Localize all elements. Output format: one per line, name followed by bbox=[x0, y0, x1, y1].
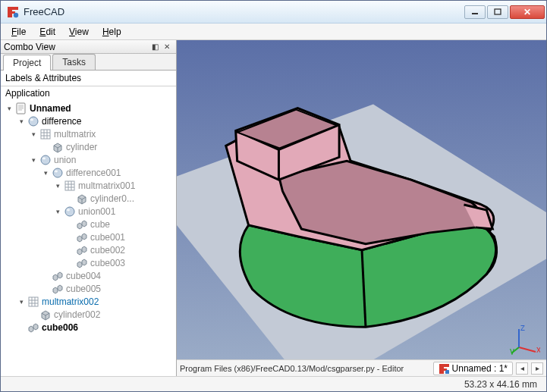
tree-cube001[interactable]: ▾cube001 bbox=[66, 230, 176, 243]
grid-icon bbox=[27, 296, 39, 308]
tree-union001[interactable]: ▾ union001 bbox=[54, 205, 176, 218]
tree-multmatrix[interactable]: ▾ multmatrix bbox=[30, 127, 176, 140]
svg-line-11 bbox=[519, 347, 536, 352]
menu-file[interactable]: File bbox=[5, 25, 32, 39]
svg-text:y: y bbox=[510, 346, 514, 355]
sphere-icon bbox=[64, 205, 76, 218]
svg-text:z: z bbox=[520, 325, 525, 333]
svg-text:x: x bbox=[536, 344, 540, 355]
tab-prev-button[interactable]: ◂ bbox=[516, 362, 528, 375]
tree-cube006[interactable]: ▾cube006 bbox=[17, 321, 176, 334]
combo-view-panel: Combo View ◧ ✕ Project Tasks Labels & At… bbox=[1, 40, 177, 376]
menu-view[interactable]: View bbox=[63, 25, 95, 39]
panel-header[interactable]: Combo View ◧ ✕ bbox=[1, 40, 176, 54]
tab-tasks[interactable]: Tasks bbox=[52, 54, 96, 70]
tree-cylinder[interactable]: ▾ cylinder bbox=[42, 140, 176, 153]
tab-project[interactable]: Project bbox=[3, 55, 51, 71]
model-tree[interactable]: ▾ Unnamed ▾ difference bbox=[1, 100, 176, 376]
cube-icon bbox=[76, 193, 88, 205]
cube-icon bbox=[52, 141, 64, 153]
3d-viewport[interactable]: x y z Program Files (x86)/FreeCAD0.13/Mo… bbox=[177, 40, 546, 376]
viewport-statusbar: Program Files (x86)/FreeCAD0.13/Mod/csgp… bbox=[177, 359, 546, 376]
close-button[interactable]: ✕ bbox=[510, 5, 545, 19]
axis-gizmo: x y z bbox=[510, 325, 540, 355]
tree-multmatrix001[interactable]: ▾ multmatrix001 bbox=[54, 179, 176, 192]
grid-icon bbox=[39, 128, 52, 140]
tree-union[interactable]: ▾ union bbox=[30, 153, 176, 166]
section-labels: Labels & Attributes bbox=[1, 71, 176, 86]
panel-float-button[interactable]: ◧ bbox=[149, 42, 161, 52]
tree-multmatrix002[interactable]: ▾ multmatrix002 bbox=[17, 295, 176, 308]
document-icon bbox=[15, 102, 27, 114]
cubes-icon bbox=[27, 321, 39, 334]
menu-edit[interactable]: Edit bbox=[33, 25, 61, 39]
cubes-icon bbox=[52, 283, 64, 295]
tree-cube005[interactable]: ▾cube005 bbox=[42, 282, 176, 295]
panel-title: Combo View bbox=[4, 42, 55, 52]
sphere-icon bbox=[39, 154, 52, 166]
coord-readout: 53.23 x 44.16 mm bbox=[464, 379, 537, 390]
statusbar: 53.23 x 44.16 mm bbox=[1, 376, 546, 391]
tree-cube004[interactable]: ▾cube004 bbox=[42, 269, 176, 282]
app-window: FreeCAD ✕ File Edit View Help Combo View… bbox=[0, 0, 547, 392]
cubes-icon bbox=[76, 257, 88, 269]
cubes-icon bbox=[76, 218, 88, 230]
tree-cube002[interactable]: ▾cube002 bbox=[66, 243, 176, 256]
doc-tab[interactable]: Unnamed : 1* bbox=[433, 362, 513, 375]
tree-doc-unnamed[interactable]: ▾ Unnamed bbox=[5, 102, 176, 114]
application-label: Application bbox=[1, 86, 176, 100]
minimize-button[interactable] bbox=[464, 5, 486, 19]
sphere-icon bbox=[27, 115, 39, 127]
cube-icon bbox=[39, 309, 52, 321]
app-icon bbox=[7, 6, 19, 18]
tree-cube[interactable]: ▾cube bbox=[66, 218, 176, 230]
tree-cylinder002[interactable]: ▾cylinder002 bbox=[30, 308, 176, 321]
menubar: File Edit View Help bbox=[1, 24, 546, 40]
panel-close-button[interactable]: ✕ bbox=[161, 42, 173, 52]
maximize-button[interactable] bbox=[487, 5, 508, 19]
tree-difference[interactable]: ▾ difference bbox=[17, 114, 176, 127]
tree-difference001[interactable]: ▾ difference001 bbox=[42, 166, 176, 179]
cubes-icon bbox=[76, 244, 88, 256]
grid-icon bbox=[64, 180, 76, 192]
panel-tabs: Project Tasks bbox=[1, 54, 176, 71]
cubes-icon bbox=[52, 270, 64, 282]
tree-cube003[interactable]: ▾cube003 bbox=[66, 256, 176, 269]
window-title: FreeCAD bbox=[24, 6, 464, 17]
cubes-icon bbox=[76, 231, 88, 243]
sphere-icon bbox=[52, 167, 64, 179]
tree-cylinder0[interactable]: ▾ cylinder0... bbox=[66, 192, 176, 205]
tab-next-button[interactable]: ▸ bbox=[531, 362, 543, 375]
editor-path: Program Files (x86)/FreeCAD0.13/Mod/csgp… bbox=[180, 364, 430, 373]
titlebar[interactable]: FreeCAD ✕ bbox=[1, 1, 546, 24]
menu-help[interactable]: Help bbox=[96, 25, 127, 39]
svg-rect-9 bbox=[495, 9, 501, 14]
